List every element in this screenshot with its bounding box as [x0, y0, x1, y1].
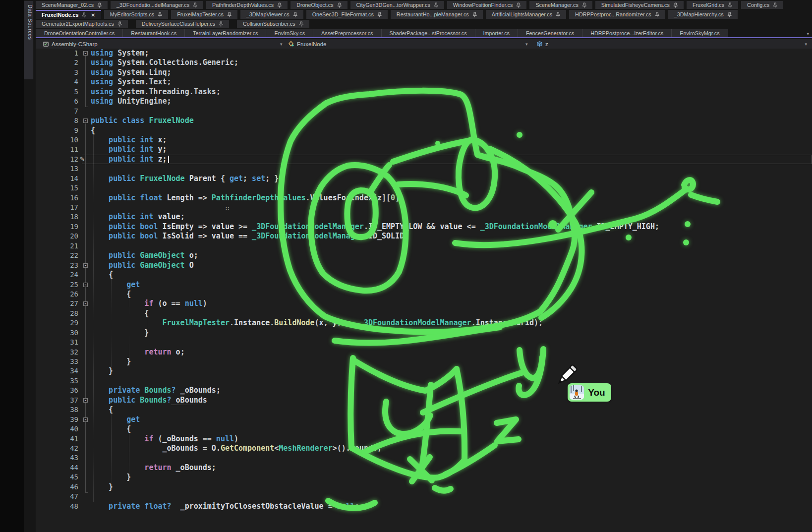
code-line-5[interactable]: 5using System.Threading.Tasks; [36, 87, 812, 97]
tab-shaderpackage-stprocessor-cs[interactable]: ShaderPackage...stProcessor.cs [382, 29, 475, 37]
code-line-29[interactable]: 29 FruxelMapTester.Instance.BuildNode(x,… [36, 318, 812, 328]
code-line-25[interactable]: 25- get [36, 280, 812, 290]
tab-importer-cs[interactable]: Importer.cs [475, 29, 518, 37]
code-line-27[interactable]: 27- if (o == null) [36, 299, 812, 308]
tab-hdrppostproc-randomizer-cs[interactable]: HDRPPostproc...Randomizer.cs [569, 10, 665, 19]
tab-overflow-caret-icon[interactable]: ▾ [807, 29, 809, 38]
code-line-39[interactable]: 39- get [36, 415, 812, 424]
tab-scenemanager-cs[interactable]: SceneManager.cs [529, 1, 592, 9]
code-line-24[interactable]: 24 { [36, 270, 812, 280]
sidebar-tab-data-sources[interactable]: Data Sources [24, 1, 34, 79]
tab-fruxelgrid-cs[interactable]: FruxelGrid.cs [687, 1, 738, 9]
breadcrumb-type[interactable]: FruxelNode [288, 39, 326, 49]
code-line-46[interactable]: 46 } [36, 482, 812, 492]
tab-artificiallightsmanager-cs[interactable]: ArtificialLightsManager.cs [486, 10, 566, 19]
fold-marker-icon[interactable]: - [83, 51, 88, 56]
code-editor[interactable]: 1-using System;2using System.Collections… [36, 49, 812, 532]
code-line-10[interactable]: 10 public int x; [36, 135, 812, 145]
code-line-45[interactable]: 45 } [36, 473, 812, 482]
tab-envirosky-cs[interactable]: EnviroSky.cs [266, 29, 313, 37]
fold-marker-icon[interactable]: - [83, 301, 88, 306]
tab-pathfinderdepthvalues-cs[interactable]: PathfinderDepthValues.cs [206, 1, 288, 9]
fold-marker-icon[interactable]: - [83, 283, 88, 287]
code-line-22[interactable]: 22 public GameObject o; [36, 251, 812, 260]
code-line-8[interactable]: 8-public class FruxelNode [36, 116, 812, 125]
code-line-20[interactable]: 20 public bool IsSolid => value == _3DFo… [36, 232, 812, 241]
code-line-1[interactable]: 1-using System; [36, 49, 812, 58]
tab-enviroskymgr-cs[interactable]: EnviroSkyMgr.cs [672, 29, 728, 37]
code-line-41[interactable]: 41 if (_oBounds == null) [36, 434, 812, 444]
tab-myeditorscripts-cs[interactable]: MyEditorScripts.cs [104, 10, 168, 19]
code-line-26[interactable]: 26 { [36, 290, 812, 299]
tab-scenemanager-02-cs[interactable]: SceneManager_02.cs [36, 1, 108, 9]
breadcrumb-type-caret-icon[interactable]: ▾ [525, 39, 528, 49]
pin-icon [97, 2, 102, 8]
code-line-14[interactable]: 14 public FruxelNode Parent { get; set; … [36, 174, 812, 183]
code-line-34[interactable]: 34 } [36, 366, 812, 376]
code-line-30[interactable]: 30 } [36, 328, 812, 338]
code-line-44[interactable]: 44 return _oBounds; [36, 463, 812, 473]
tab-terrainlayerrandomizer-cs[interactable]: TerrainLayerRandomizer.cs [185, 29, 266, 37]
fold-marker-icon[interactable]: - [83, 263, 88, 268]
code-line-37[interactable]: 37- public Bounds? oBounds [36, 396, 812, 405]
code-line-48[interactable]: 48 private float? _proximityToClosestObs… [36, 502, 812, 511]
tab-citygen3dgen-torwrapper-cs[interactable]: CityGen3DGen...torWrapper.cs [350, 1, 444, 9]
tab-collisionsubscriber-cs[interactable]: CollisionSubscriber.cs [237, 20, 309, 28]
code-line-18[interactable]: 18 public int value; [36, 212, 812, 222]
code-line-15[interactable]: 15 [36, 183, 812, 193]
tab-fruxelnode-cs-active[interactable]: FruxelNode.cs✕ [36, 10, 101, 19]
breadcrumb-member[interactable]: z [536, 39, 548, 49]
code-line-23[interactable]: 23- public GameObject O [36, 261, 812, 270]
code-line-21[interactable]: 21 [36, 241, 812, 251]
code-line-9[interactable]: 9{ [36, 126, 812, 135]
tab-label: RestaurantHo...pleManager.cs [397, 11, 469, 17]
breadcrumb-overflow-caret-icon[interactable]: ▾ [805, 39, 807, 49]
tab-hdrppostproce-izereditor-cs[interactable]: HDRPPostproce...izerEditor.cs [582, 29, 672, 37]
tab-onesec3d-fileformat-cs[interactable]: OneSec3D_FileFormat.cs [306, 10, 388, 19]
code-line-35[interactable]: 35 [36, 376, 812, 386]
code-line-31[interactable]: 31 [36, 338, 812, 347]
tab-droneorientationcontroller-cs[interactable]: DroneOrientationController.cs [36, 29, 123, 37]
code-line-42[interactable]: 42 _oBounds = O.GetComponent<MeshRendere… [36, 444, 812, 453]
code-line-40[interactable]: 40 { [36, 424, 812, 434]
tab-generator2exportmaptools-cs[interactable]: Generator2ExportMapTools.cs [36, 20, 128, 28]
tab-simulatedfisheyecamera-cs[interactable]: SimulatedFisheyeCamera.cs [595, 1, 684, 9]
tab-config-cs[interactable]: Config.cs [741, 1, 783, 9]
code-line-4[interactable]: 4using System.Text; [36, 77, 812, 87]
tab-3dmapviewer-cs[interactable]: _3DMapViewer.cs [240, 10, 303, 19]
breadcrumb-project[interactable]: Assembly-CSharp [43, 39, 98, 49]
close-icon[interactable]: ✕ [91, 12, 95, 18]
fold-marker-icon[interactable]: - [83, 118, 88, 123]
tab-3dfoundatio-delmanager-cs[interactable]: _3DFoundatio...delManager.cs [111, 1, 203, 9]
code-line-13[interactable]: 13 [36, 164, 812, 174]
code-line-11[interactable]: 11 public int y; [36, 145, 812, 154]
tab-fencesgenerator-cs[interactable]: FencesGenerator.cs [518, 29, 582, 37]
code-line-28[interactable]: 28 { [36, 309, 812, 318]
code-line-6[interactable]: 6using UnityEngine; [36, 97, 812, 106]
code-line-43[interactable]: 43 [36, 453, 812, 463]
tab-restaurantho-plemanager-cs[interactable]: RestaurantHo...pleManager.cs [391, 10, 483, 19]
code-line-7[interactable]: 7 [36, 107, 812, 116]
code-line-3[interactable]: 3using System.Linq; [36, 68, 812, 77]
tab-fruxelmaptester-cs[interactable]: FruxelMapTester.cs [171, 10, 237, 19]
code-line-17[interactable]: 17 [36, 203, 812, 212]
fold-marker-icon[interactable]: - [83, 398, 88, 403]
code-line-47[interactable]: 47 [36, 492, 812, 501]
fold-marker-icon[interactable]: - [83, 417, 88, 422]
line-number: 39 [36, 415, 78, 424]
breadcrumb-project-caret-icon[interactable]: ▾ [280, 39, 283, 49]
code-line-32[interactable]: 32 return o; [36, 348, 812, 357]
tab-windowpositionfinder-cs[interactable]: WindowPositionFinder.cs [447, 1, 527, 9]
tab-restauranthook-cs[interactable]: RestaurantHook.cs [123, 29, 185, 37]
tab-3dmaphierarchy-cs[interactable]: _3DMapHierarchy.cs [668, 10, 738, 19]
code-line-33[interactable]: 33 } [36, 357, 812, 366]
code-line-2[interactable]: 2using System.Collections.Generic; [36, 58, 812, 67]
code-line-36[interactable]: 36 private Bounds? _oBounds; [36, 386, 812, 395]
tab-deliverysurfaceclasshelper-cs[interactable]: DeliverySurfaceClassHelper.cs [136, 20, 229, 28]
line-number: 18 [36, 212, 78, 222]
code-line-38[interactable]: 38 { [36, 405, 812, 414]
tab-droneobject-cs[interactable]: DroneObject.cs [290, 1, 347, 9]
tab-assetpreprocessor-cs[interactable]: AssetPreprocessor.cs [313, 29, 381, 37]
code-line-19[interactable]: 19 public bool IsEmpty => value >= _3DFo… [36, 222, 812, 232]
code-line-16[interactable]: 16 public float Length => PathfinderDept… [36, 193, 812, 203]
